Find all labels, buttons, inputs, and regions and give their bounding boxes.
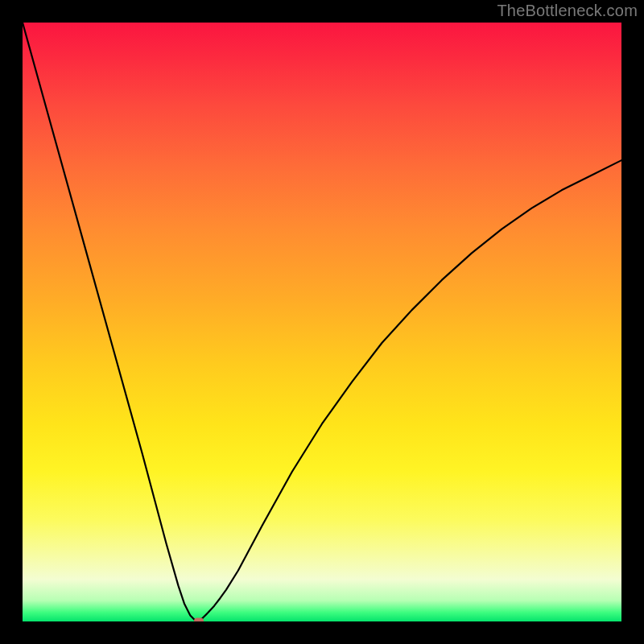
chart-frame: TheBottleneck.com bbox=[0, 0, 644, 644]
watermark-text: TheBottleneck.com bbox=[497, 2, 638, 20]
plot-area bbox=[23, 23, 621, 621]
bottleneck-curve bbox=[23, 23, 621, 621]
minimum-marker bbox=[194, 618, 204, 622]
